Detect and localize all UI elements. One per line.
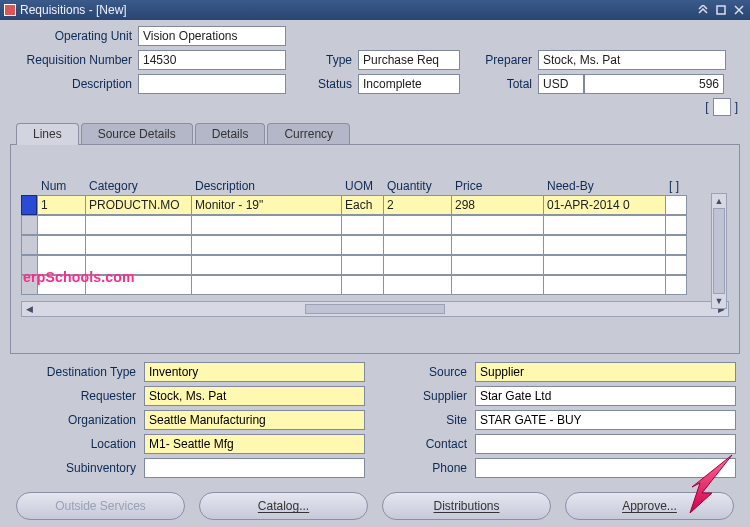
cell-flex[interactable] (665, 195, 687, 215)
organization-label: Organization (14, 413, 144, 427)
col-quantity: Quantity (383, 175, 451, 195)
window-title: Requisitions - [New] (20, 3, 696, 17)
close-icon[interactable] (732, 3, 746, 17)
distributions-button[interactable]: Distributions (382, 492, 551, 520)
destination-type-label: Destination Type (14, 365, 144, 379)
cell-need-by[interactable]: 01-APR-2014 0 (543, 195, 665, 215)
status-label: Status (286, 77, 358, 91)
scroll-up-icon[interactable]: ▲ (712, 194, 726, 208)
row-selector[interactable] (21, 195, 37, 215)
total-amount-field[interactable]: 596 (584, 74, 724, 94)
maximize-icon[interactable] (714, 3, 728, 17)
cell-price[interactable]: 298 (451, 195, 543, 215)
cell-quantity[interactable]: 2 (383, 195, 451, 215)
tab-source-details[interactable]: Source Details (81, 123, 193, 145)
type-label: Type (286, 53, 358, 67)
phone-field[interactable] (475, 458, 736, 478)
col-marker (21, 175, 37, 195)
scroll-thumb[interactable] (713, 208, 725, 294)
hscroll-thumb[interactable] (305, 304, 445, 314)
approve-button[interactable]: Approve... (565, 492, 734, 520)
app-icon (4, 4, 16, 16)
contact-field[interactable] (475, 434, 736, 454)
scroll-left-icon[interactable]: ◀ (22, 304, 36, 314)
type-field[interactable]: Purchase Req (358, 50, 460, 70)
approve-button-label: Approve... (622, 499, 677, 513)
requester-label: Requester (14, 389, 144, 403)
minimize-icon[interactable] (696, 3, 710, 17)
cell-description[interactable]: Monitor - 19" (191, 195, 341, 215)
source-field[interactable]: Supplier (475, 362, 736, 382)
supplier-label: Supplier (385, 389, 475, 403)
col-category: Category (85, 175, 191, 195)
grid-row[interactable] (21, 255, 729, 275)
action-bar: Outside Services Catalog... Distribution… (10, 492, 740, 520)
operating-unit-field[interactable]: Vision Operations (138, 26, 286, 46)
header-form: Operating Unit Vision Operations Requisi… (10, 26, 740, 116)
catalog-button[interactable]: Catalog... (199, 492, 368, 520)
contact-label: Contact (385, 437, 475, 451)
location-field[interactable]: M1- Seattle Mfg (144, 434, 365, 454)
preparer-label: Preparer (460, 53, 538, 67)
description-label: Description (10, 77, 138, 91)
destination-type-field[interactable]: Inventory (144, 362, 365, 382)
organization-field[interactable]: Seattle Manufacturing (144, 410, 365, 430)
operating-unit-label: Operating Unit (10, 29, 138, 43)
col-uom: UOM (341, 175, 383, 195)
grid-row[interactable] (21, 215, 729, 235)
tab-lines[interactable]: Lines (16, 123, 79, 145)
grid-row[interactable]: 1 PRODUCTN.MO Monitor - 19" Each 2 298 0… (21, 195, 729, 215)
col-need-by: Need-By (543, 175, 665, 195)
site-label: Site (385, 413, 475, 427)
status-field[interactable]: Incomplete (358, 74, 460, 94)
col-flex: [ ] (665, 175, 687, 195)
lines-grid: Num Category Description UOM Quantity Pr… (21, 175, 729, 295)
req-number-label: Requisition Number (10, 53, 138, 67)
tab-panel-lines: Num Category Description UOM Quantity Pr… (10, 144, 740, 354)
svg-rect-0 (717, 6, 725, 14)
requester-field[interactable]: Stock, Ms. Pat (144, 386, 365, 406)
description-field[interactable] (138, 74, 286, 94)
flex-close-bracket: ] (735, 100, 738, 114)
col-num: Num (37, 175, 85, 195)
subinventory-label: Subinventory (14, 461, 144, 475)
scroll-down-icon[interactable]: ▼ (712, 294, 726, 308)
total-currency-field[interactable]: USD (538, 74, 584, 94)
flexfield-box[interactable] (713, 98, 731, 116)
tab-details[interactable]: Details (195, 123, 266, 145)
supplier-field[interactable]: Star Gate Ltd (475, 386, 736, 406)
phone-label: Phone (385, 461, 475, 475)
outside-services-button[interactable]: Outside Services (16, 492, 185, 520)
grid-row[interactable] (21, 275, 729, 295)
vertical-scrollbar[interactable]: ▲ ▼ (711, 193, 727, 309)
location-label: Location (14, 437, 144, 451)
horizontal-scrollbar[interactable]: ◀ ▶ (21, 301, 729, 317)
tab-currency[interactable]: Currency (267, 123, 350, 145)
catalog-button-label: Catalog... (258, 499, 309, 513)
distributions-button-label: Distributions (433, 499, 499, 513)
req-number-field[interactable]: 14530 (138, 50, 286, 70)
col-price: Price (451, 175, 543, 195)
tabstrip: Lines Source Details Details Currency (16, 122, 740, 144)
cell-num[interactable]: 1 (37, 195, 85, 215)
flex-open-bracket: [ (705, 100, 708, 114)
cell-uom[interactable]: Each (341, 195, 383, 215)
source-label: Source (385, 365, 475, 379)
preparer-field[interactable]: Stock, Ms. Pat (538, 50, 726, 70)
titlebar: Requisitions - [New] (0, 0, 750, 20)
site-field[interactable]: STAR GATE - BUY (475, 410, 736, 430)
grid-header: Num Category Description UOM Quantity Pr… (21, 175, 729, 195)
grid-row[interactable] (21, 235, 729, 255)
subinventory-field[interactable] (144, 458, 365, 478)
total-label: Total (460, 77, 538, 91)
line-details: Destination Type Inventory Requester Sto… (10, 354, 740, 486)
col-description: Description (191, 175, 341, 195)
cell-category[interactable]: PRODUCTN.MO (85, 195, 191, 215)
